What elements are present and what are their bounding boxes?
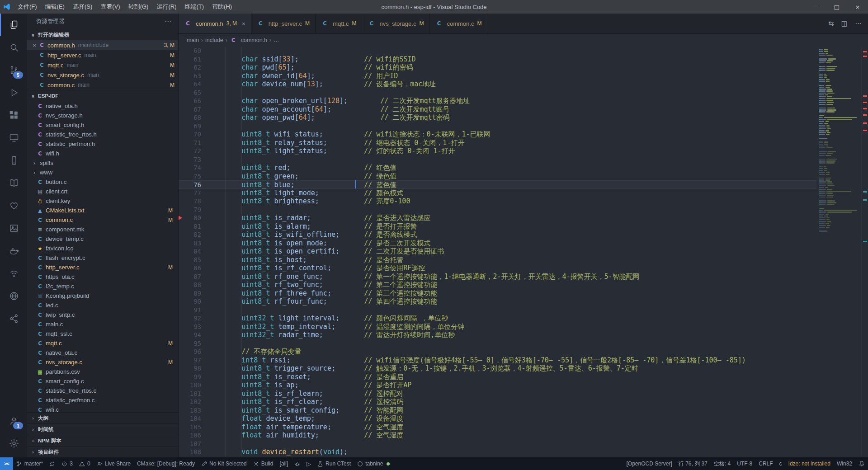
status-git-branch[interactable]: master* — [13, 457, 46, 470]
sidebar-more-actions-icon[interactable]: ⋯ — [165, 18, 172, 26]
code-line-105[interactable]: 105 float air_temperature; // 空气温度 — [179, 423, 816, 432]
code-line-82[interactable]: 82 uint8_t is_wifi_offline; // 是否离线模式 — [179, 230, 816, 239]
status-live-share[interactable]: Live Share — [94, 457, 134, 470]
status-notifications[interactable] — [855, 457, 868, 470]
code-line-106[interactable]: 106 float air_humidity; // 空气湿度 — [179, 431, 816, 440]
tab-common.c[interactable]: Ccommon.cM — [429, 14, 487, 33]
file-www[interactable]: ›www — [27, 168, 178, 177]
status-cursor-position[interactable]: 行 76, 列 37 — [675, 457, 711, 470]
close-tab-icon[interactable]: × — [242, 20, 245, 27]
status-language-mode[interactable]: c — [776, 457, 785, 470]
code-line-71[interactable]: 71 uint8_t relay_status; // 继电器状态 0-关闭，1… — [179, 139, 816, 147]
file-client.crt[interactable]: ▤client.crt — [27, 187, 178, 196]
file-component.mk[interactable]: ≡component.mk — [27, 225, 178, 234]
menu-item[interactable]: 终端(T) — [180, 0, 208, 14]
code-line-74[interactable]: 74 uint8_t red; // 红色值 — [179, 164, 816, 172]
status-cmake-build[interactable]: Build — [250, 457, 277, 470]
code-line-63[interactable]: 63 char owner_id[64]; // 用户ID — [179, 72, 816, 80]
code-line-78[interactable]: 78 uint8_t brightness; // 亮度0-100 — [179, 197, 816, 206]
menu-item[interactable]: 运行(R) — [152, 0, 180, 14]
file-device_temp.c[interactable]: Cdevice_temp.c — [27, 234, 178, 244]
file-http_server.c[interactable]: Chttp_server.cM — [27, 263, 178, 272]
sidebar-section-NPM 脚本[interactable]: ›NPM 脚本 — [27, 435, 178, 446]
file-https_ota.c[interactable]: Chttps_ota.c — [27, 272, 178, 282]
breadcrumb-item[interactable]: Ccommon.h — [230, 37, 267, 43]
activity-run-debug[interactable] — [0, 81, 27, 104]
code-line-65[interactable]: 65 — [179, 89, 816, 97]
file-spiffs[interactable]: ›spiffs — [27, 158, 178, 168]
status-cmake-kit[interactable]: No Kit Selected — [198, 457, 250, 470]
code-line-94[interactable]: 94 uint32_t radar_time; // 雷达开灯持续时间,单位秒 — [179, 331, 816, 339]
status-problems-errors[interactable]: 3 — [58, 457, 76, 470]
menu-item[interactable]: 转到(G) — [124, 0, 153, 14]
file-smart_config.c[interactable]: Csmart_config.c — [27, 376, 178, 386]
code-line-77[interactable]: 77 uint8_t light_mode; // 颜色模式 — [179, 189, 816, 197]
status-cmake-target[interactable]: [all] — [276, 457, 291, 470]
code-line-76[interactable]: 76 uint8_t blue; // 蓝色值 — [179, 180, 816, 189]
open-editor-http_server.c[interactable]: Chttp_server.cmainM — [27, 50, 178, 60]
file-CMakeLists.txt[interactable]: ▲CMakeLists.txtM — [27, 206, 178, 215]
status-cmake-variant[interactable]: CMake: [Debug]: Ready — [134, 457, 198, 470]
file-main.c[interactable]: Cmain.c — [27, 320, 178, 329]
status-cmake-debug[interactable] — [291, 457, 303, 470]
code-line-85[interactable]: 85 uint8_t is_host; // 是否托管 — [179, 256, 816, 264]
code-line-60[interactable]: 60 — [179, 47, 816, 55]
file-client.key[interactable]: client.key — [27, 196, 178, 206]
activity-extensions[interactable] — [0, 104, 27, 127]
code-line-81[interactable]: 81 uint8_t is_alarm; // 是否打开报警 — [179, 222, 816, 231]
workspace-root-header[interactable]: ∨ ESP-IDF — [27, 90, 178, 101]
code-line-97[interactable]: 97 int8_t rssi; // wifi信号强度(信号极好4格[-55— … — [179, 356, 816, 365]
breadcrumb-item[interactable]: include — [205, 37, 223, 43]
code-line-102[interactable]: 102 uint8_t is_rf_clear; // 遥控清码 — [179, 398, 816, 406]
code-line-107[interactable]: 107 — [179, 440, 816, 448]
status-idze-status[interactable]: Idze: not installed — [785, 457, 834, 470]
tab-http_server.c[interactable]: Chttp_server.cM — [251, 14, 316, 33]
code-line-101[interactable]: 101 uint8_t is_rf_learn; // 遥控配对 — [179, 390, 816, 398]
status-platform[interactable]: Win32 — [834, 457, 855, 470]
code-line-72[interactable]: 72 uint8_t light_status; // 灯的状态 0-关闭 1-… — [179, 147, 816, 155]
code-line-68[interactable]: 68 char open_pwd[64]; // 二次开发mqtt密码 — [179, 113, 816, 122]
status-eol[interactable]: CRLF — [755, 457, 776, 470]
code-line-98[interactable]: 98 uint8_t trigger_source; // 触发源：0-无，1-… — [179, 364, 816, 373]
file-Kconfig.projbuild[interactable]: ≡Kconfig.projbuild — [27, 291, 178, 301]
tab-mqtt.c[interactable]: Cmqtt.cM — [316, 14, 362, 33]
code-line-104[interactable]: 104 float device_temp; // 设备温度 — [179, 414, 816, 423]
code-line-69[interactable]: 69 — [179, 122, 816, 131]
code-editor[interactable]: 6061 char ssid[33]; // wifi的SSID62 char … — [179, 47, 816, 457]
status-openocd-server[interactable]: [OpenOCD Server] — [623, 457, 675, 470]
minimap[interactable] — [816, 47, 862, 457]
file-native_ota.c[interactable]: Cnative_ota.c — [27, 348, 178, 357]
file-common.c[interactable]: Ccommon.cM — [27, 215, 178, 225]
code-line-90[interactable]: 90 uint8_t rf_four_func; // 第四个遥控按键功能 — [179, 297, 816, 306]
code-line-70[interactable]: 70 uint8_t wifi_status; // wifi连接状态：0-未联… — [179, 130, 816, 139]
status-problems-warnings[interactable]: 0 — [76, 457, 94, 470]
status-encoding[interactable]: UTF-8 — [734, 457, 755, 470]
code-line-66[interactable]: 66 char open_broken_url[128]; // 二次开发mqt… — [179, 97, 816, 105]
open-editor-mqtt.c[interactable]: Cmqtt.cmainM — [27, 60, 178, 70]
code-line-79[interactable]: 79 — [179, 206, 816, 214]
code-line-75[interactable]: 75 uint8_t green; // 绿色值 — [179, 172, 816, 181]
file-smart_config.h[interactable]: Csmart_config.h — [27, 120, 178, 130]
file-statistic_perfmon.h[interactable]: Cstatistic_perfmon.h — [27, 139, 178, 149]
menu-item[interactable]: 编辑(E) — [41, 0, 69, 14]
code-line-73[interactable]: 73 — [179, 155, 816, 164]
file-led.c[interactable]: Cled.c — [27, 301, 178, 310]
activity-source-control[interactable]: 5 — [0, 59, 27, 81]
menu-item[interactable]: 帮助(H) — [208, 0, 236, 14]
tab-nvs_storage.c[interactable]: Cnvs_storage.cM — [362, 14, 429, 33]
status-tabnine[interactable]: tabnine — [354, 457, 392, 470]
breadcrumb-item[interactable]: main — [187, 37, 199, 43]
code-line-103[interactable]: 103 uint8_t is_smart_config; // 智能配网 — [179, 406, 816, 415]
file-favicon.ico[interactable]: ★favicon.ico — [27, 244, 178, 253]
minimize-button[interactable]: ─ — [806, 0, 826, 14]
activity-devices[interactable] — [0, 149, 27, 172]
activity-share[interactable] — [0, 307, 27, 330]
activity-docs[interactable] — [0, 172, 27, 194]
code-line-92[interactable]: 92 uint32_t light_interval; // 颜色闪烁间隔 ，单… — [179, 314, 816, 323]
activity-web[interactable] — [0, 285, 27, 307]
close-editor-icon[interactable]: × — [31, 42, 38, 49]
menu-item[interactable]: 文件(F) — [14, 0, 41, 14]
code-line-84[interactable]: 84 uint8_t is_open_certifi; // 二次开发是否使用证… — [179, 247, 816, 256]
code-line-89[interactable]: 89 uint8_t rf_three_func; // 第三个遥控按键功能 — [179, 289, 816, 298]
file-statistic_free_rtos.h[interactable]: Cstatistic_free_rtos.h — [27, 130, 178, 139]
